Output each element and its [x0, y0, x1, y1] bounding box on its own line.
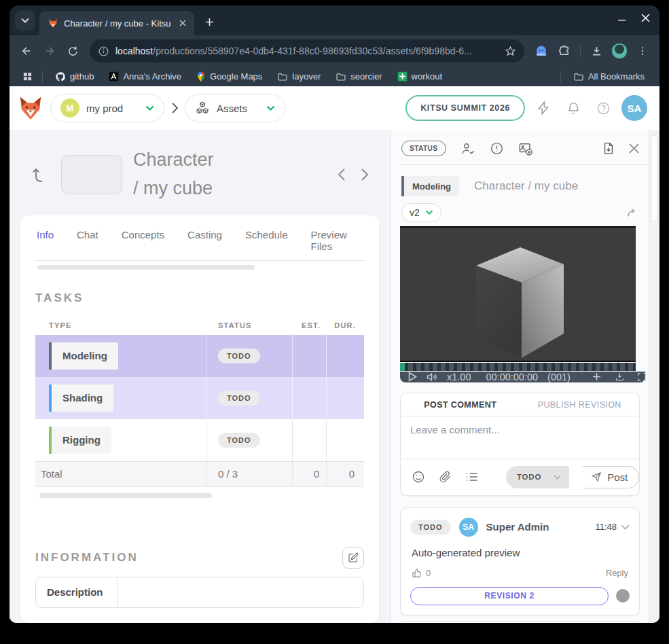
like-button[interactable]: 0 [412, 568, 431, 578]
notifications-bell-icon[interactable] [562, 96, 585, 120]
bookmark-layover[interactable]: layover [272, 70, 326, 84]
all-bookmarks-button[interactable]: All Bookmarks [568, 70, 650, 84]
assets-cubes-icon [195, 101, 210, 115]
revision-button[interactable]: REVISION 2 [410, 587, 609, 605]
asset-thumbnail-placeholder [61, 155, 122, 194]
browser-tab[interactable]: Character / my cube - Kitsu [39, 11, 194, 35]
add-preview-icon[interactable] [518, 141, 534, 156]
assign-person-icon[interactable] [460, 141, 476, 156]
status-badge[interactable]: TODO [218, 433, 260, 448]
play-button[interactable] [408, 372, 417, 382]
task-row-rigging[interactable]: Rigging TODO [35, 419, 364, 461]
tab-search-button[interactable] [15, 10, 35, 31]
version-select[interactable]: v2 [401, 203, 441, 222]
next-asset-button[interactable] [361, 168, 369, 181]
tab-publish-revision[interactable]: PUBLISH REVISION [520, 393, 640, 416]
revision-status-dot[interactable] [616, 589, 630, 603]
tab-close-icon[interactable] [177, 17, 189, 29]
status-badge[interactable]: TODO [218, 348, 260, 363]
attachment-icon[interactable] [439, 470, 452, 484]
like-count: 0 [426, 568, 431, 578]
status-badge[interactable]: TODO [218, 391, 260, 406]
kitsu-logo[interactable] [18, 94, 43, 122]
task-row-modeling[interactable]: Modeling TODO [35, 335, 364, 377]
playhead[interactable] [400, 363, 405, 371]
url-bar[interactable]: localhost/productions/558907e4-0db4-431f… [90, 39, 524, 62]
breadcrumb-chevron-icon [171, 103, 178, 113]
edit-description-button[interactable] [342, 547, 364, 569]
horizontal-scrollbar[interactable] [37, 265, 255, 270]
tab-casting[interactable]: Casting [187, 229, 222, 252]
task-estimation-cell [292, 419, 326, 461]
composer-actions: TODO Post [401, 459, 639, 495]
window-close-button[interactable] [641, 14, 650, 22]
site-info-icon[interactable] [98, 46, 109, 57]
tab-info[interactable]: Info [37, 229, 54, 252]
fullscreen-button[interactable] [637, 372, 647, 382]
playback-speed[interactable]: x1.00 [447, 372, 471, 382]
post-comment-button[interactable]: Post [583, 466, 639, 488]
preview-player[interactable] [400, 226, 636, 362]
tab-post-comment[interactable]: POST COMMENT [401, 393, 520, 416]
folder-icon [277, 71, 288, 82]
previous-asset-button[interactable] [337, 168, 346, 181]
forward-button[interactable] [39, 41, 60, 61]
information-table: Description [35, 577, 364, 608]
task-row-shading[interactable]: Shading TODO [35, 377, 364, 419]
bookmark-label: seorcier [350, 71, 382, 82]
panel-scrollbar[interactable] [649, 130, 659, 623]
bookmark-workout[interactable]: workout [392, 70, 448, 83]
download-preview-button[interactable] [615, 372, 625, 382]
comment-author: Super Admin [486, 521, 549, 533]
comment-status-select[interactable]: TODO [506, 466, 569, 488]
url-text: localhost/productions/558907e4-0db4-431f… [115, 46, 499, 56]
bookmark-star-icon[interactable] [505, 46, 516, 57]
comment-menu-chevron-icon[interactable] [621, 524, 630, 530]
asset-detail-card: Info Chat Concepts Casting Schedule Prev… [20, 215, 379, 623]
new-tab-button[interactable] [200, 12, 219, 31]
priority-icon[interactable] [490, 141, 504, 156]
bookmark-seorcier[interactable]: seorcier [330, 70, 387, 84]
user-avatar[interactable]: SA [621, 95, 647, 121]
bookmark-github[interactable]: github [50, 70, 99, 84]
folder-icon [336, 71, 346, 82]
checklist-icon[interactable] [465, 471, 479, 483]
horizontal-scrollbar[interactable] [39, 493, 212, 498]
downloads-button[interactable] [586, 41, 607, 61]
compare-jump-icon[interactable] [626, 207, 638, 219]
automation-lightning-icon[interactable] [532, 96, 555, 120]
tab-concepts[interactable]: Concepts [122, 229, 164, 252]
reload-button[interactable] [62, 41, 83, 61]
mute-button[interactable] [427, 372, 437, 382]
add-frame-button[interactable] [592, 372, 601, 381]
apps-grid-icon[interactable] [19, 69, 35, 85]
export-file-icon[interactable] [602, 141, 615, 156]
comment-status-badge: TODO [410, 520, 451, 535]
bookmark-annas-archive[interactable]: Anna's Archive [103, 70, 187, 83]
close-panel-icon[interactable] [629, 143, 639, 154]
panel-scrollbar-thumb[interactable] [651, 135, 658, 222]
comment-input[interactable] [401, 416, 639, 456]
extensions-puzzle-icon[interactable] [554, 41, 575, 61]
help-icon[interactable] [592, 96, 615, 120]
chevron-down-icon [554, 475, 561, 480]
window-controls [617, 14, 650, 22]
reply-button[interactable]: Reply [606, 568, 628, 578]
back-to-list-icon[interactable] [27, 163, 50, 186]
bookmark-google-maps[interactable]: Google Maps [191, 70, 268, 84]
extension-companion-icon[interactable] [531, 41, 552, 61]
minimize-button[interactable] [617, 14, 626, 22]
change-status-button[interactable]: STATUS [401, 141, 446, 156]
tab-schedule[interactable]: Schedule [245, 229, 288, 252]
next-comment-partial [400, 621, 640, 623]
production-switcher[interactable]: M my prod [50, 94, 164, 122]
tab-chat[interactable]: Chat [77, 229, 98, 252]
section-switcher[interactable]: Assets [185, 94, 285, 122]
profile-avatar[interactable] [609, 41, 630, 61]
browser-menu-button[interactable] [632, 41, 653, 61]
kitsu-summit-banner[interactable]: KITSU SUMMIT 2026 [405, 95, 525, 121]
tab-preview-files[interactable]: Preview Files [311, 229, 363, 252]
back-button[interactable] [16, 41, 37, 61]
emoji-icon[interactable] [412, 470, 425, 484]
timeline-track[interactable] [400, 363, 636, 371]
